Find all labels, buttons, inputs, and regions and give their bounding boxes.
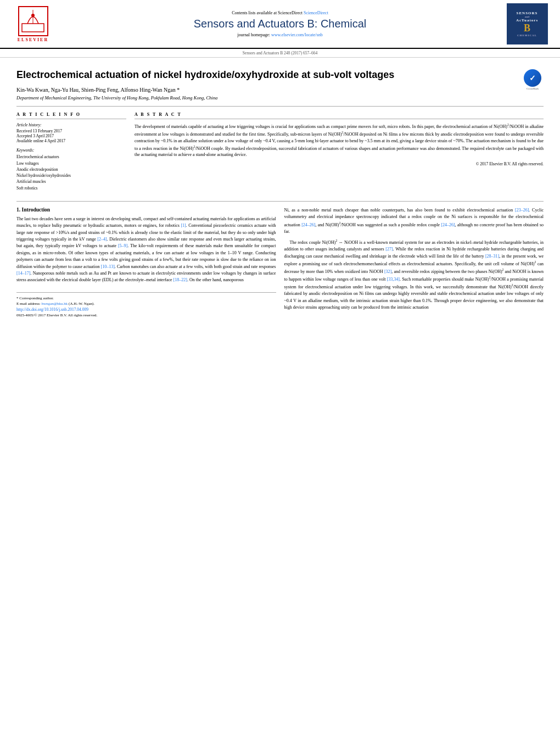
keywords-label: Keywords: — [16, 148, 126, 153]
homepage-line: journal homepage: www.elsevier.com/locat… — [55, 32, 505, 37]
keyword-3: Anodic electrodeposition — [16, 166, 126, 172]
sensors-logo-sensors: SENSORS — [517, 11, 538, 15]
ref-27[interactable]: [27] — [385, 247, 393, 252]
sensors-logo-box: SENSORS and AcTuators B CHEMICAL — [507, 3, 548, 44]
doi-link[interactable]: http://dx.doi.org/10.1016/j.snb.2017.04.… — [16, 307, 88, 312]
keyword-4: Nickel hydroxide/oxyhydroxides — [16, 172, 126, 178]
crossmark-badge: ✓ CrossMark — [522, 69, 544, 91]
homepage-link[interactable]: www.elsevier.com/locate/snb — [271, 32, 323, 37]
ref-24-26b[interactable]: [24–26] — [441, 222, 455, 227]
elsevier-label: ELSEVIER — [18, 37, 48, 42]
sciencedirect-link[interactable]: ScienceDirect — [304, 10, 328, 15]
ref-24-26[interactable]: [24–26] — [301, 222, 315, 227]
body-columns: 1. Introduction The last two decades hav… — [16, 207, 544, 319]
keyword-2: Low voltages — [16, 160, 126, 166]
ref-32[interactable]: [32] — [384, 269, 391, 274]
article-info-column: A R T I C L E I N F O Article history: R… — [16, 112, 126, 196]
svg-rect-0 — [22, 24, 44, 32]
body-text-right: Ni, as a non-noble metal much cheaper th… — [284, 207, 544, 311]
ref-5-9[interactable]: [5–9] — [118, 243, 127, 248]
ref-10-13[interactable]: [10–13] — [101, 264, 115, 269]
elsevier-logo: ELSEVIER — [11, 6, 55, 42]
sensors-actuators-logo: SENSORS and AcTuators B CHEMICAL — [505, 3, 549, 44]
header-center: Contents lists available at ScienceDirec… — [55, 10, 505, 37]
elsevier-logo-box — [18, 6, 48, 36]
body-text-left: The last two decades have seen a surge i… — [16, 216, 276, 284]
article-title-section: Electrochemical actuation of nickel hydr… — [16, 69, 544, 107]
body-left-col: 1. Introduction The last two decades hav… — [16, 207, 276, 319]
article-title-text: Electrochemical actuation of nickel hydr… — [16, 69, 516, 101]
keyword-6: Soft robotics — [16, 185, 126, 191]
footnote-line-1: * Corresponding author. — [16, 296, 276, 300]
history-label: Article history: — [16, 122, 126, 127]
ref-14-17[interactable]: [14–17] — [16, 271, 30, 276]
crossmark-label: CrossMark — [527, 87, 539, 90]
article-affiliation: Department of Mechanical Engineering, Th… — [16, 95, 516, 101]
article-content: Electrochemical actuation of nickel hydr… — [0, 58, 560, 324]
article-info-label: A R T I C L E I N F O — [16, 112, 126, 119]
crossmark-circle: ✓ — [524, 69, 541, 87]
section1-heading: 1. Introduction — [16, 207, 276, 213]
journal-ref: Sensors and Actuators B 248 (2017) 657–6… — [0, 49, 560, 58]
sensors-logo-b: B — [524, 23, 530, 34]
received-date: Received 13 February 2017 — [16, 129, 126, 133]
copyright-text: © 2017 Elsevier B.V. All rights reserved… — [135, 161, 544, 166]
article-title: Electrochemical actuation of nickel hydr… — [16, 69, 516, 81]
body-divider — [16, 201, 544, 202]
svg-point-2 — [31, 14, 35, 17]
ref-33-34[interactable]: [33,34] — [387, 277, 400, 282]
footnote-area: * Corresponding author. E-mail address: … — [16, 292, 276, 317]
issn-line: 0925-4005/© 2017 Elsevier B.V. All right… — [16, 313, 276, 317]
journal-header: ELSEVIER Contents lists available at Sci… — [0, 0, 560, 49]
footnote-line-2: E-mail address: hwngan@hku.hk (A.H.-W. N… — [16, 302, 276, 306]
journal-title: Sensors and Actuators B: Chemical — [55, 18, 505, 30]
sensors-logo-chemical: CHEMICAL — [517, 34, 537, 37]
ref-1[interactable]: [1] — [181, 223, 186, 228]
article-authors: Kin-Wa Kwan, Nga-Yu Hau, Shien-Ping Feng… — [16, 87, 516, 93]
sciencedirect-text: Contents lists available at ScienceDirec… — [55, 10, 505, 15]
ref-18-22[interactable]: [18–22] — [173, 277, 187, 282]
abstract-label: A B S T R A C T — [135, 112, 544, 119]
keyword-1: Electrochemical actuators — [16, 154, 126, 160]
info-abstract-columns: A R T I C L E I N F O Article history: R… — [16, 112, 544, 196]
article-history: Article history: Received 13 February 20… — [16, 122, 126, 143]
sensors-logo-actuators: AcTuators — [516, 18, 538, 23]
accepted-date: Accepted 3 April 2017 — [16, 133, 126, 138]
abstract-text: The development of materials capable of … — [135, 122, 544, 158]
keywords-section: Keywords: Electrochemical actuators Low … — [16, 148, 126, 191]
ref-28-31[interactable]: [28–31] — [485, 254, 499, 259]
doi-line: http://dx.doi.org/10.1016/j.snb.2017.04.… — [16, 307, 276, 312]
keywords-list: Electrochemical actuators Low voltages A… — [16, 154, 126, 191]
ref-23-26[interactable]: [23–26] — [515, 208, 529, 213]
email-link[interactable]: hwngan@hku.hk — [42, 302, 68, 306]
available-date: Available online 4 April 2017 — [16, 138, 126, 143]
keyword-5: Artificial muscles — [16, 178, 126, 185]
body-right-col: Ni, as a non-noble metal much cheaper th… — [284, 207, 544, 319]
abstract-column: A B S T R A C T The development of mater… — [135, 112, 544, 192]
ref-2-4[interactable]: [2–4] — [97, 237, 107, 242]
